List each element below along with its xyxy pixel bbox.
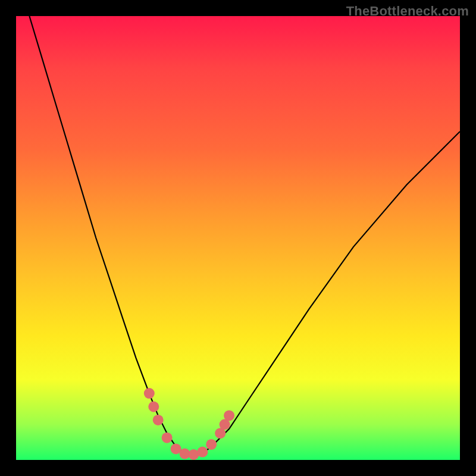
bottleneck-curve	[29, 16, 460, 456]
highlight-dots	[144, 388, 234, 460]
chart-svg	[16, 16, 460, 460]
highlight-dot	[153, 415, 164, 425]
highlight-dot	[224, 410, 234, 421]
highlight-dot	[206, 439, 217, 450]
highlight-dot	[197, 447, 208, 458]
highlight-dot	[144, 388, 155, 399]
outer-frame: TheBottleneck.com	[0, 0, 476, 476]
highlight-dot	[148, 402, 159, 412]
watermark-text: TheBottleneck.com	[346, 4, 469, 19]
highlight-dot	[162, 433, 173, 443]
plot-area	[16, 16, 460, 460]
